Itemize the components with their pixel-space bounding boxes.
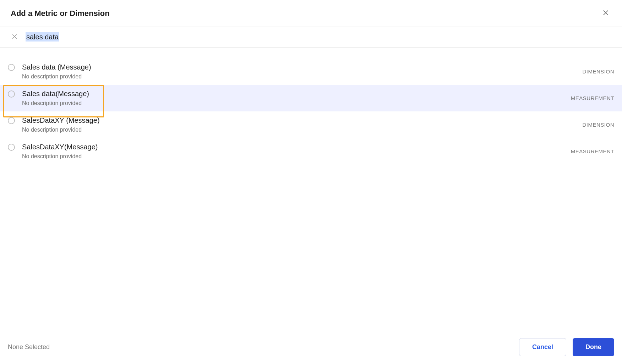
dialog-title: Add a Metric or Dimension (11, 9, 110, 18)
done-button[interactable]: Done (573, 338, 614, 356)
result-description: No description provided (22, 100, 89, 106)
dialog-header: Add a Metric or Dimension (0, 0, 622, 27)
close-icon (602, 9, 609, 17)
result-type-badge: MEASUREMENT (571, 148, 614, 154)
result-row[interactable]: SalesDataXY (Message) No description pro… (0, 111, 622, 138)
result-description: No description provided (22, 127, 100, 133)
result-text: Sales data(Message) No description provi… (22, 90, 89, 106)
result-title: SalesDataXY (Message) (22, 116, 100, 125)
result-type-badge: DIMENSION (582, 68, 614, 75)
result-title: SalesDataXY(Message) (22, 143, 98, 151)
result-left: Sales data (Message) No description prov… (8, 63, 91, 80)
radio-button[interactable] (8, 117, 15, 124)
radio-button[interactable] (8, 64, 15, 71)
result-title: Sales data(Message) (22, 90, 89, 98)
dialog-footer: None Selected Cancel Done (0, 330, 622, 364)
result-row[interactable]: Sales data (Message) No description prov… (0, 58, 622, 85)
result-row[interactable]: Sales data(Message) No description provi… (0, 85, 622, 111)
result-type-badge: MEASUREMENT (571, 95, 614, 101)
search-input-text: sales data (26, 32, 59, 42)
results-list: Sales data (Message) No description prov… (0, 48, 622, 330)
result-type-badge: DIMENSION (582, 122, 614, 128)
search-input[interactable]: sales data (26, 33, 59, 41)
cancel-button[interactable]: Cancel (519, 338, 566, 356)
close-button[interactable] (600, 7, 611, 20)
footer-buttons: Cancel Done (519, 338, 614, 356)
selection-status: None Selected (8, 343, 50, 351)
radio-button[interactable] (8, 144, 15, 151)
result-description: No description provided (22, 73, 91, 80)
radio-button[interactable] (8, 90, 15, 98)
result-left: SalesDataXY(Message) No description prov… (8, 143, 98, 160)
clear-search-button[interactable] (11, 33, 18, 42)
result-left: Sales data(Message) No description provi… (8, 90, 89, 106)
result-left: SalesDataXY (Message) No description pro… (8, 116, 100, 133)
result-description: No description provided (22, 153, 98, 160)
clear-icon (11, 33, 18, 41)
search-bar: sales data (0, 27, 622, 48)
result-title: Sales data (Message) (22, 63, 91, 71)
result-text: SalesDataXY(Message) No description prov… (22, 143, 98, 160)
result-text: SalesDataXY (Message) No description pro… (22, 116, 100, 133)
result-text: Sales data (Message) No description prov… (22, 63, 91, 80)
result-row[interactable]: SalesDataXY(Message) No description prov… (0, 138, 622, 165)
